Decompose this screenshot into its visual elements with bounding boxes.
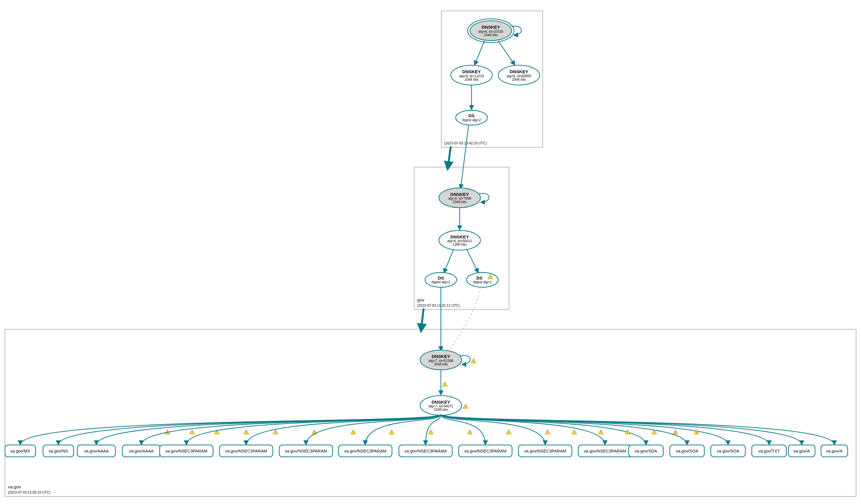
svg-text:DS: DS xyxy=(468,113,475,118)
svg-text:!: ! xyxy=(696,431,697,434)
svg-text:DNSKEY: DNSKEY xyxy=(481,25,500,29)
warning-icon: ! xyxy=(351,430,356,434)
record-label: va.gov/NSEC3PARAM xyxy=(405,449,447,453)
record-label: va.gov/SOA xyxy=(717,449,739,453)
svg-text:!: ! xyxy=(192,431,193,434)
edge-root-ds-gov-ksk xyxy=(461,125,468,189)
warning-icon: ! xyxy=(428,430,433,434)
svg-text:!: ! xyxy=(275,431,276,434)
edge-root-to-gov-thick xyxy=(448,146,451,168)
svg-text:2048 bits: 2048 bits xyxy=(453,200,467,204)
record-label: va.gov/MX xyxy=(10,449,30,453)
warning-icon: ! xyxy=(244,430,249,434)
edge-va-zsk-record xyxy=(141,414,441,445)
zone-root-label: . xyxy=(444,135,446,140)
warning-icon: ! xyxy=(598,430,603,434)
svg-text:2048 bits: 2048 bits xyxy=(434,362,448,366)
edge-va-zsk-record xyxy=(186,414,441,445)
svg-text:digest alg=2: digest alg=2 xyxy=(432,280,450,284)
edge-root-ksk-zsk2 xyxy=(498,41,515,65)
warning-icon: ! xyxy=(312,430,317,434)
svg-text:!: ! xyxy=(547,431,548,434)
record-label: va.gov/AAAA xyxy=(129,449,154,453)
warn-va-zsk-right: ! xyxy=(463,404,468,409)
record-label: va.gov/NSEC3PARAM xyxy=(344,449,386,453)
svg-text:DS: DS xyxy=(476,275,482,280)
warning-icon: ! xyxy=(190,430,195,434)
svg-text:!: ! xyxy=(574,431,575,434)
warning-icon: ! xyxy=(273,430,278,434)
zone-gov-ts: (2023-07-03 11:32:12 UTC) xyxy=(417,303,460,308)
warn-va-ksk-self: ! xyxy=(471,358,476,363)
record-label: va.gov/NSEC3PARAM xyxy=(464,449,506,453)
record-label: va.gov/NSEC3PARAM xyxy=(225,449,267,453)
warning-icon: ! xyxy=(506,430,511,434)
edge-va-zsk-record xyxy=(441,414,834,445)
svg-text:!: ! xyxy=(216,431,217,434)
svg-text:!: ! xyxy=(430,431,431,434)
record-label: va.gov/AAAA xyxy=(84,449,109,453)
warning-icon: ! xyxy=(673,430,678,434)
svg-text:!: ! xyxy=(654,431,655,434)
svg-text:2048 bits: 2048 bits xyxy=(512,78,526,82)
svg-text:!: ! xyxy=(627,431,628,434)
svg-text:DNSKEY: DNSKEY xyxy=(510,69,528,74)
edge-gov-zsk-ds2 xyxy=(466,249,478,273)
warning-icon: ! xyxy=(545,430,550,434)
svg-text:!: ! xyxy=(490,276,491,279)
svg-text:2048 bits: 2048 bits xyxy=(464,78,479,82)
svg-text:1280 bits: 1280 bits xyxy=(453,243,467,246)
svg-text:!: ! xyxy=(675,431,676,434)
edge-gov-zsk-ds1 xyxy=(444,249,454,273)
zone-gov-label: gov xyxy=(417,297,424,302)
svg-text:digest alg=1: digest alg=1 xyxy=(473,280,492,284)
edge-gov-to-va-thick xyxy=(421,309,424,330)
warning-icon: ! xyxy=(389,430,394,434)
svg-text:DNSKEY: DNSKEY xyxy=(462,69,481,74)
dnssec-graph: . (2023-07-03 10:42:20 UTC) gov (2023-07… xyxy=(0,0,861,504)
edge-root-ksk-zsk1 xyxy=(475,41,484,65)
record-label: va.gov/A xyxy=(794,449,810,453)
warning-icon: ! xyxy=(572,430,577,434)
warn-va-ksk-zsk: ! xyxy=(442,382,448,386)
svg-text:!: ! xyxy=(444,383,445,386)
svg-text:!: ! xyxy=(353,431,353,434)
warning-icon: ! xyxy=(694,430,699,434)
svg-text:!: ! xyxy=(469,431,470,434)
svg-text:DNSKEY: DNSKEY xyxy=(450,192,469,197)
record-label: va.gov/NSEC3PARAM xyxy=(524,449,566,453)
edge-gov-ds2-va-ksk xyxy=(448,287,480,354)
edge-va-zsk-record xyxy=(246,414,441,445)
svg-text:2048 bits: 2048 bits xyxy=(484,33,498,37)
svg-text:DNSKEY: DNSKEY xyxy=(432,399,450,405)
zone-root-ts: (2023-07-03 10:42:20 UTC) xyxy=(444,141,487,145)
svg-text:!: ! xyxy=(391,431,392,434)
record-label: va.gov/A xyxy=(826,449,843,453)
record-label: va.gov/SOA xyxy=(635,449,657,453)
record-label: va.gov/NSEC3PARAM xyxy=(165,449,207,453)
record-label: va.gov/NSEC3PARAM xyxy=(584,449,626,453)
svg-text:digest alg=2: digest alg=2 xyxy=(462,118,481,122)
svg-text:!: ! xyxy=(473,360,474,363)
record-label: va.gov/NS xyxy=(49,449,68,453)
record-label: va.gov/SOA xyxy=(676,449,698,453)
svg-text:2048 bits: 2048 bits xyxy=(434,408,448,412)
warning-icon: ! xyxy=(467,430,472,434)
record-label: va.gov/NSEC3PARAM xyxy=(285,449,327,453)
svg-text:DS: DS xyxy=(438,275,444,280)
svg-text:!: ! xyxy=(600,431,601,434)
svg-text:!: ! xyxy=(508,431,509,434)
record-label: va.gov/TXT xyxy=(758,449,780,453)
zone-vagov-label: va.gov xyxy=(8,484,21,489)
svg-text:!: ! xyxy=(246,431,247,434)
zone-vagov-ts: (2023-07-03 12:03:33 UTC) xyxy=(8,490,50,494)
svg-text:DNSKEY: DNSKEY xyxy=(432,354,450,359)
svg-text:!: ! xyxy=(465,405,466,409)
svg-text:DNSKEY: DNSKEY xyxy=(450,234,469,239)
